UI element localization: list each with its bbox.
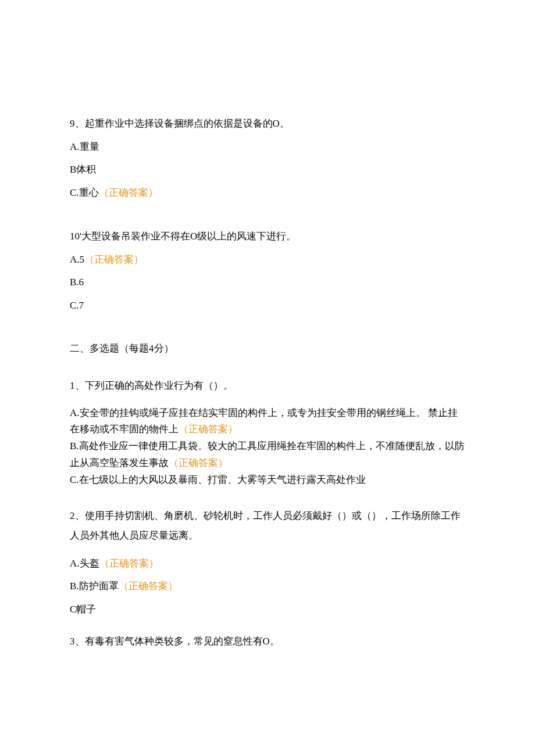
mq1-b-text: B.高处作业应一律使用工具袋。较大的工具应用绳拴在牢固的构件上，不准随便乱放，以…: [70, 440, 465, 468]
mq2-option-b: B.防护面罩（正确答案）: [70, 579, 465, 594]
section-2-title: 二、多选题（每题4分）: [70, 342, 465, 355]
mq2-b-text: B.防护面罩: [70, 581, 119, 592]
multi-q3-block: 3、有毒有害气体种类较多，常见的窒息性有O。: [70, 634, 465, 649]
multi-q2-block: 2、使用手持切割机、角磨机、砂轮机时，工作人员必须戴好（）或（），工作场所除工作…: [70, 506, 465, 617]
q10-option-c: C.7: [70, 298, 465, 313]
q10-option-b: B.6: [70, 275, 465, 290]
q9-option-b: B体积: [70, 162, 465, 177]
q10-stem: 10'大型设备吊装作业不得在O级以上的风速下进行。: [70, 229, 465, 244]
mq1-option-b: B.高处作业应一律使用工具袋。较大的工具应用绳拴在牢固的构件上，不准随便乱放，以…: [70, 438, 465, 472]
q10-option-a: A.5（正确答案）: [70, 252, 465, 267]
question-9-block: 9、起重作业中选择设备捆绑点的依据是设备的O。 A.重量 B体积 C.重心（正确…: [70, 116, 465, 200]
mq2-a-correct-mark: （正确答案）: [99, 558, 159, 569]
mq1-stem: 1、下列正确的高处作业行为有（）。: [70, 378, 465, 393]
q9-option-c: C.重心（正确答案）: [70, 185, 465, 200]
mq1-a-correct-mark: （正确答案）: [179, 424, 238, 435]
mq1-option-c: C.在七级以上的大风以及暴雨、打雷、大雾等天气进行露天高处作业: [70, 472, 465, 489]
q9-c-text: C.重心: [70, 187, 99, 198]
mq3-stem: 3、有毒有害气体种类较多，常见的窒息性有O。: [70, 634, 465, 649]
q10-a-text: A.5: [70, 254, 84, 265]
q9-option-a: A.重量: [70, 139, 465, 155]
mq2-b-correct-mark: （正确答案）: [119, 581, 178, 592]
q9-stem: 9、起重作业中选择设备捆绑点的依据是设备的O。: [70, 116, 465, 131]
mq1-b-correct-mark: （正确答案）: [169, 457, 228, 468]
question-10-block: 10'大型设备吊装作业不得在O级以上的风速下进行。 A.5（正确答案） B.6 …: [70, 229, 465, 313]
mq1-a-text: A.安全带的挂钩或绳子应挂在结实牢固的构件上，或专为挂安全带用的钢丝绳上。 禁止…: [70, 407, 458, 435]
mq1-option-a: A.安全带的挂钩或绳子应挂在结实牢固的构件上，或专为挂安全带用的钢丝绳上。 禁止…: [70, 405, 465, 439]
multi-q1-block: 1、下列正确的高处作业行为有（）。 A.安全带的挂钩或绳子应挂在结实牢固的构件上…: [70, 378, 465, 489]
mq2-stem: 2、使用手持切割机、角磨机、砂轮机时，工作人员必须戴好（）或（），工作场所除工作…: [70, 506, 465, 546]
mq2-a-text: A.头盔: [70, 558, 99, 569]
q10-a-correct-mark: （正确答案）: [84, 254, 144, 265]
mq2-option-c: C帽子: [70, 602, 465, 617]
q9-c-correct-mark: （正确答案）: [99, 187, 158, 198]
mq2-option-a: A.头盔（正确答案）: [70, 556, 465, 571]
document-page: 9、起重作业中选择设备捆绑点的依据是设备的O。 A.重量 B体积 C.重心（正确…: [0, 0, 535, 744]
